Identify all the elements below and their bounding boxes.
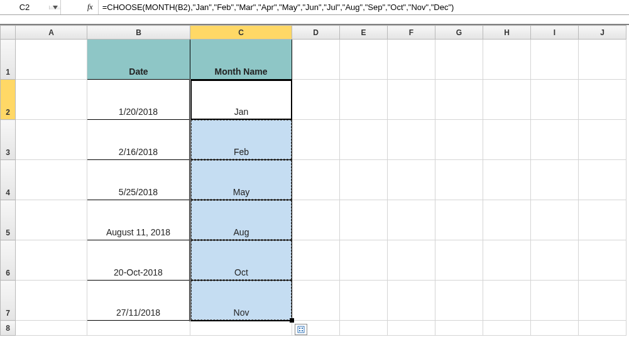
col-header-B[interactable]: B	[87, 26, 190, 40]
col-header-D[interactable]: D	[292, 26, 340, 40]
cell-G6[interactable]	[435, 240, 483, 281]
spreadsheet-grid[interactable]: A B C D E F G H I J 1 Date Month Name 2	[0, 25, 629, 336]
cell-F5[interactable]	[388, 200, 435, 240]
cell-G8[interactable]	[435, 321, 483, 336]
cell-E5[interactable]	[340, 200, 388, 240]
cell-E2[interactable]	[340, 80, 388, 120]
cell-J1[interactable]	[579, 40, 626, 80]
col-header-F[interactable]: F	[388, 26, 435, 40]
cell-A1[interactable]	[16, 40, 87, 80]
cell-G3[interactable]	[435, 120, 483, 160]
header-date[interactable]: Date	[87, 40, 190, 80]
cell-C8[interactable]	[190, 321, 292, 336]
cell-E6[interactable]	[340, 240, 388, 281]
cell-G4[interactable]	[435, 160, 483, 200]
cell-H2[interactable]	[483, 80, 531, 120]
select-all-corner[interactable]	[1, 26, 16, 40]
cell-G1[interactable]	[435, 40, 483, 80]
row-header-5[interactable]: 5	[1, 200, 16, 240]
cell-H6[interactable]	[483, 240, 531, 281]
autofill-options-button[interactable]	[295, 324, 307, 335]
header-month[interactable]: Month Name	[190, 40, 292, 80]
cell-D3[interactable]	[292, 120, 340, 160]
cell-A7[interactable]	[16, 281, 87, 321]
formula-bar-resize[interactable]	[0, 15, 629, 25]
cell-E7[interactable]	[340, 281, 388, 321]
cell-A4[interactable]	[16, 160, 87, 200]
cell-I7[interactable]	[531, 281, 579, 321]
cell-E3[interactable]	[340, 120, 388, 160]
name-box[interactable]	[0, 3, 49, 12]
cell-G5[interactable]	[435, 200, 483, 240]
cell-G7[interactable]	[435, 281, 483, 321]
cell-C3[interactable]: Feb	[190, 120, 292, 160]
cell-E4[interactable]	[340, 160, 388, 200]
cell-C5[interactable]: Aug	[190, 200, 292, 240]
col-header-C[interactable]: C	[190, 26, 292, 40]
cell-E1[interactable]	[340, 40, 388, 80]
cell-I1[interactable]	[531, 40, 579, 80]
cell-F4[interactable]	[388, 160, 435, 200]
cell-A5[interactable]	[16, 200, 87, 240]
cell-D4[interactable]	[292, 160, 340, 200]
row-header-7[interactable]: 7	[1, 281, 16, 321]
cell-C4[interactable]: May	[190, 160, 292, 200]
cell-H3[interactable]	[483, 120, 531, 160]
cell-F7[interactable]	[388, 281, 435, 321]
cell-I5[interactable]	[531, 200, 579, 240]
col-header-E[interactable]: E	[340, 26, 388, 40]
row-header-3[interactable]: 3	[1, 120, 16, 160]
cell-H5[interactable]	[483, 200, 531, 240]
cell-C2[interactable]: Jan	[190, 80, 292, 120]
cell-D1[interactable]	[292, 40, 340, 80]
cell-G2[interactable]	[435, 80, 483, 120]
cell-B2[interactable]: 1/20/2018	[87, 80, 190, 120]
cell-H7[interactable]	[483, 281, 531, 321]
cell-B5[interactable]: August 11, 2018	[87, 200, 190, 240]
cell-D6[interactable]	[292, 240, 340, 281]
row-header-6[interactable]: 6	[1, 240, 16, 281]
cell-C7[interactable]: Nov	[190, 281, 292, 321]
cell-B6[interactable]: 20-Oct-2018	[87, 240, 190, 281]
row-header-8[interactable]: 8	[1, 321, 16, 336]
fx-icon[interactable]: fx	[87, 3, 93, 12]
cell-J4[interactable]	[579, 160, 626, 200]
cell-D5[interactable]	[292, 200, 340, 240]
cell-H4[interactable]	[483, 160, 531, 200]
cell-F1[interactable]	[388, 40, 435, 80]
row-header-4[interactable]: 4	[1, 160, 16, 200]
cell-A2[interactable]	[16, 80, 87, 120]
cell-I2[interactable]	[531, 80, 579, 120]
cell-J8[interactable]	[579, 321, 626, 336]
col-header-H[interactable]: H	[483, 26, 531, 40]
cell-H8[interactable]	[483, 321, 531, 336]
cell-H1[interactable]	[483, 40, 531, 80]
cell-B3[interactable]: 2/16/2018	[87, 120, 190, 160]
cell-J2[interactable]	[579, 80, 626, 120]
cell-C6[interactable]: Oct	[190, 240, 292, 281]
cell-A6[interactable]	[16, 240, 87, 281]
row-header-1[interactable]: 1	[1, 40, 16, 80]
row-header-2[interactable]: 2	[1, 80, 16, 120]
cell-A3[interactable]	[16, 120, 87, 160]
cell-F6[interactable]	[388, 240, 435, 281]
cell-B4[interactable]: 5/25/2018	[87, 160, 190, 200]
cell-B8[interactable]	[87, 321, 190, 336]
col-header-J[interactable]: J	[579, 26, 626, 40]
col-header-G[interactable]: G	[435, 26, 483, 40]
cell-I4[interactable]	[531, 160, 579, 200]
cell-J6[interactable]	[579, 240, 626, 281]
cell-I8[interactable]	[531, 321, 579, 336]
fill-handle[interactable]	[290, 318, 294, 323]
col-header-I[interactable]: I	[531, 26, 579, 40]
col-header-A[interactable]: A	[16, 26, 87, 40]
cell-E8[interactable]	[340, 321, 388, 336]
cell-F2[interactable]	[388, 80, 435, 120]
cell-J7[interactable]	[579, 281, 626, 321]
cell-I3[interactable]	[531, 120, 579, 160]
cell-F3[interactable]	[388, 120, 435, 160]
formula-input[interactable]: =CHOOSE(MONTH(B2),"Jan","Feb","Mar","Apr…	[99, 0, 629, 14]
cell-F8[interactable]	[388, 321, 435, 336]
cell-D7[interactable]	[292, 281, 340, 321]
cell-I6[interactable]	[531, 240, 579, 281]
